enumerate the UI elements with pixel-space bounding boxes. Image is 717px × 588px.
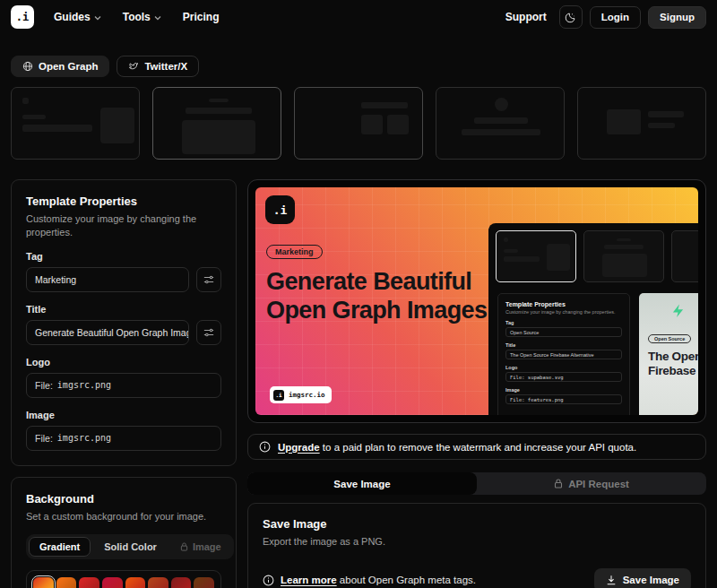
logo-field: Logo File: imgsrc.png [26,357,221,398]
download-icon [606,575,617,585]
gradient-swatch-grid [33,577,214,588]
template-properties-panel: Template Properties Customize your image… [11,179,237,466]
save-image-button[interactable]: Save Image [594,568,691,588]
lock-icon [180,542,188,551]
gradient-swatch-6[interactable] [148,577,168,588]
watermark-logo: .i [273,390,284,401]
save-image-panel: Save Image Export the image as a PNG. Le… [247,503,706,588]
background-panel: Background Set a custom background for y… [11,477,237,588]
preview-logo: .i [265,195,295,224]
logo-file-input[interactable]: File: imgsrc.png [26,373,221,398]
main-content: Template Properties Customize your image… [11,179,706,588]
upgrade-notice: Upgrade to a paid plan to remove the wat… [247,434,706,460]
background-type-tabs: Gradient Solid Color Image [26,534,234,559]
tab-solid-color[interactable]: Solid Color [94,537,167,557]
gradient-swatch-2[interactable] [56,577,77,588]
tag-field: Tag Marketing [26,251,221,292]
sliders-icon [203,327,214,338]
theme-toggle-button[interactable] [559,5,583,29]
login-button[interactable]: Login [590,6,641,29]
template-thumbnail-row [11,87,706,160]
twitter-bird-icon [128,61,139,72]
lock-icon [554,479,563,489]
panel-title: Template Properties [26,195,221,208]
gradient-swatch-8[interactable] [194,577,214,588]
learn-more-link[interactable]: Learn more [281,575,337,585]
info-icon [263,575,274,586]
upgrade-link[interactable]: Upgrade [278,442,320,453]
preview-column: .i Marketing Generate Beautiful Open Gra… [247,179,706,588]
watermark-badge: .i imgsrc.io [270,386,332,403]
og-image-preview: .i Marketing Generate Beautiful Open Gra… [255,187,698,415]
chevron-down-icon [94,14,101,22]
panel-subtitle: Set a custom background for your image. [26,510,221,523]
sliders-icon [203,274,214,285]
tab-gradient[interactable]: Gradient [29,537,91,557]
mini-thumbnail-2 [583,230,664,282]
globe-icon [22,61,33,72]
image-field: Image File: imgsrc.png [26,410,221,451]
title-options-button[interactable] [196,320,221,345]
preview-tag-badge: Marketing [266,245,323,259]
image-file-input[interactable]: File: imgsrc.png [26,426,221,451]
gradient-swatch-box [26,570,221,588]
nav-tools[interactable]: Tools [123,11,161,23]
gradient-swatch-7[interactable] [171,577,192,588]
learn-more-note: Learn more about Open Graph meta tags. [263,575,476,586]
panel-title: Background [26,492,221,506]
tab-twitter-x[interactable]: Twitter/X [117,56,199,77]
tab-save-image[interactable]: Save Image [247,472,477,495]
panel-subtitle: Customize your image by changing the pro… [26,212,221,239]
mini-thumbnail-3 [671,230,698,282]
main-nav: Guides Tools Pricing [54,11,219,23]
mini-og-badge: Open Source [648,334,691,343]
embedded-app-screenshot: Template Properties Customize your image… [488,223,698,415]
chevron-down-icon [154,14,161,22]
mini-thumbnail-1 [496,230,576,282]
image-type-tabs: Open Graph Twitter/X [11,56,706,77]
info-icon [259,441,271,453]
left-sidebar: Template Properties Customize your image… [11,179,237,588]
moon-icon [565,12,576,23]
template-thumbnail-5[interactable] [577,87,706,160]
preview-card: .i Marketing Generate Beautiful Open Gra… [247,179,706,423]
tag-input[interactable]: Marketing [26,267,189,292]
tab-api-request[interactable]: API Request [477,472,706,495]
output-tabs: Save Image API Request [247,472,706,495]
gradient-swatch-1[interactable] [33,577,54,588]
nav-guides[interactable]: Guides [54,11,101,23]
tab-image[interactable]: Image [170,537,231,557]
panel-title: Save Image [263,517,691,531]
header-actions: Support Login Signup [505,5,706,29]
supabase-logo-icon [671,304,685,318]
top-navbar: .i Guides Tools Pricing Support Login Si… [0,0,717,34]
gradient-swatch-4[interactable] [102,577,123,588]
tab-open-graph[interactable]: Open Graph [11,56,109,77]
nav-pricing[interactable]: Pricing [183,11,220,23]
title-input[interactable]: Generate Beautiful Open Graph Images [26,320,189,345]
panel-subtitle: Export the image as a PNG. [263,535,691,549]
preview-headline: Generate Beautiful Open Graph Images [266,268,487,324]
signup-button[interactable]: Signup [648,6,706,29]
app-logo[interactable]: .i [11,5,34,29]
template-thumbnail-1[interactable] [11,87,140,160]
template-thumbnail-4[interactable] [436,87,565,160]
support-link[interactable]: Support [505,11,547,23]
gradient-swatch-5[interactable] [125,577,146,588]
template-thumbnail-2[interactable] [152,87,281,160]
tag-options-button[interactable] [196,267,221,292]
mini-template-properties: Template Properties Customize your image… [497,293,630,415]
template-thumbnail-3[interactable] [294,87,423,160]
mini-og-title: The Open Source Firebase Alternative [648,350,698,378]
title-field: Title Generate Beautiful Open Graph Imag… [26,304,221,345]
mini-og-card: Open Source The Open Source Firebase Alt… [639,293,698,415]
gradient-swatch-3[interactable] [79,577,99,588]
